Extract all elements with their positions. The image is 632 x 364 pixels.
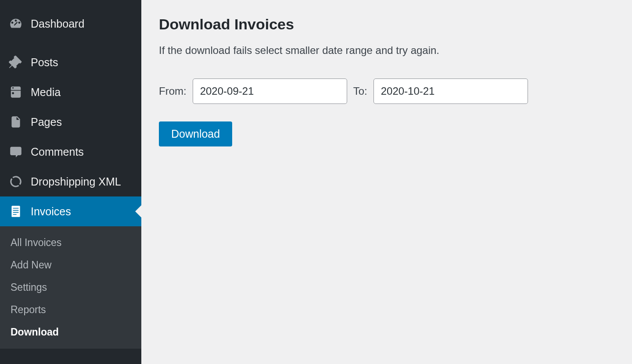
submenu-item-download[interactable]: Download [0,321,141,343]
sidebar-item-invoices[interactable]: Invoices [0,196,141,226]
comments-icon [9,145,23,159]
sidebar-item-comments[interactable]: Comments [0,137,141,167]
sidebar-item-label: Posts [31,56,58,69]
page-title: Download Invoices [159,16,614,33]
from-label: From: [159,85,187,97]
sidebar-item-label: Dropshipping XML [31,175,121,188]
download-button[interactable]: Download [159,121,232,146]
sidebar-item-label: Dashboard [31,18,84,30]
invoices-submenu: All Invoices Add New Settings Reports Do… [0,226,141,349]
admin-sidebar: Dashboard Posts Media Pages Comments Dro… [0,0,141,364]
sidebar-item-posts[interactable]: Posts [0,47,141,77]
invoice-icon [9,204,23,218]
pages-icon [9,115,23,129]
sidebar-item-media[interactable]: Media [0,77,141,107]
sidebar-item-label: Invoices [31,205,71,218]
submenu-item-settings[interactable]: Settings [0,276,141,299]
sidebar-item-label: Comments [31,146,84,158]
sync-icon [9,175,23,189]
to-date-input[interactable] [373,79,528,104]
main-content: Download Invoices If the download fails … [141,0,632,364]
submenu-item-reports[interactable]: Reports [0,299,141,321]
sidebar-item-dropshipping[interactable]: Dropshipping XML [0,167,141,196]
sidebar-item-label: Pages [31,116,62,128]
submenu-item-add-new[interactable]: Add New [0,254,141,276]
from-date-input[interactable] [193,79,347,104]
help-text: If the download fails select smaller dat… [159,44,614,57]
to-label: To: [353,85,367,97]
sidebar-item-dashboard[interactable]: Dashboard [0,9,141,39]
pushpin-icon [9,55,23,69]
dashboard-icon [9,17,23,31]
sidebar-item-label: Media [31,86,61,99]
media-icon [9,85,23,99]
submenu-item-all-invoices[interactable]: All Invoices [0,232,141,254]
date-range-row: From: To: [159,79,614,104]
sidebar-item-pages[interactable]: Pages [0,107,141,137]
